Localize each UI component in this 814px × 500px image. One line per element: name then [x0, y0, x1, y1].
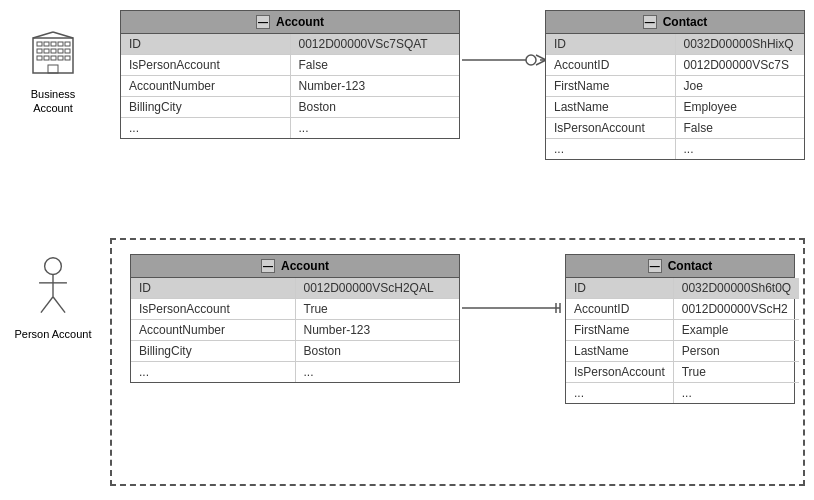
table-row: ID 0012D00000VScH2QAL — [131, 278, 459, 299]
field-name: AccountNumber — [131, 320, 295, 341]
field-value: ... — [290, 118, 459, 139]
top-account-collapse-btn[interactable]: — — [256, 15, 270, 29]
field-name: ... — [121, 118, 290, 139]
field-name: ID — [546, 34, 675, 55]
field-name: ID — [121, 34, 290, 55]
field-name: ID — [566, 278, 673, 299]
field-name: ... — [546, 139, 675, 160]
field-value: 0012D00000VScH2 — [673, 299, 799, 320]
person-account-label: Person Account — [8, 255, 98, 341]
field-value: 0032D00000Sh6t0Q — [673, 278, 799, 299]
bottom-account-collapse-btn[interactable]: — — [261, 259, 275, 273]
field-value: 0032D00000ShHixQ — [675, 34, 804, 55]
field-name: LastName — [546, 97, 675, 118]
field-value: Joe — [675, 76, 804, 97]
field-value: False — [675, 118, 804, 139]
table-row: AccountID 0012D00000VSc7S — [546, 55, 804, 76]
field-name: IsPersonAccount — [121, 55, 290, 76]
field-name: FirstName — [546, 76, 675, 97]
top-account-title: Account — [276, 15, 324, 29]
table-row: IsPersonAccount True — [131, 299, 459, 320]
table-row: AccountNumber Number-123 — [121, 76, 459, 97]
table-row: ID 0032D00000Sh6t0Q — [566, 278, 799, 299]
field-name: AccountID — [546, 55, 675, 76]
table-row: ID 0032D00000ShHixQ — [546, 34, 804, 55]
table-row: ... ... — [566, 383, 799, 404]
table-row: IsPersonAccount False — [546, 118, 804, 139]
field-value: 0012D00000VSc7SQAT — [290, 34, 459, 55]
building-icon — [28, 30, 78, 80]
svg-line-27 — [33, 32, 53, 38]
field-value: ... — [675, 139, 804, 160]
svg-point-29 — [45, 258, 62, 275]
field-name: FirstName — [566, 320, 673, 341]
field-value: 0012D00000VScH2QAL — [295, 278, 459, 299]
bottom-contact-collapse-btn[interactable]: — — [648, 259, 662, 273]
table-row: ... ... — [121, 118, 459, 139]
table-row: ID 0012D00000VSc7SQAT — [121, 34, 459, 55]
bottom-contact-table: — Contact ID 0032D00000Sh6t0Q AccountID … — [565, 254, 795, 404]
svg-point-1 — [526, 55, 536, 65]
bottom-contact-title: Contact — [668, 259, 713, 273]
table-row: ... ... — [131, 362, 459, 383]
table-row: FirstName Joe — [546, 76, 804, 97]
field-name: ... — [566, 383, 673, 404]
business-account-line2: Account — [33, 102, 73, 114]
table-row: ... ... — [546, 139, 804, 160]
field-name: AccountNumber — [121, 76, 290, 97]
field-value: Number-123 — [290, 76, 459, 97]
top-contact-header: — Contact — [546, 11, 804, 34]
field-name: BillingCity — [121, 97, 290, 118]
bottom-account-table: — Account ID 0012D00000VScH2QAL IsPerson… — [130, 254, 460, 383]
field-name: BillingCity — [131, 341, 295, 362]
table-row: IsPersonAccount True — [566, 362, 799, 383]
top-contact-table: — Contact ID 0032D00000ShHixQ AccountID … — [545, 10, 805, 160]
table-row: IsPersonAccount False — [121, 55, 459, 76]
diagram-area: Business Account — Account ID 0012D00000… — [0, 0, 814, 500]
person-icon — [28, 255, 78, 320]
table-row: AccountNumber Number-123 — [131, 320, 459, 341]
field-value: Number-123 — [295, 320, 459, 341]
business-account-line1: Business — [31, 88, 76, 100]
svg-line-32 — [41, 297, 53, 313]
top-contact-collapse-btn[interactable]: — — [643, 15, 657, 29]
field-value: Example — [673, 320, 799, 341]
svg-line-28 — [53, 32, 73, 38]
field-value: Employee — [675, 97, 804, 118]
top-account-table: — Account ID 0012D00000VSc7SQAT IsPerson… — [120, 10, 460, 139]
business-account-label: Business Account — [8, 30, 98, 116]
field-value: Person — [673, 341, 799, 362]
field-value: ... — [673, 383, 799, 404]
field-name: AccountID — [566, 299, 673, 320]
field-value: True — [673, 362, 799, 383]
field-value: True — [295, 299, 459, 320]
field-name: LastName — [566, 341, 673, 362]
svg-line-33 — [53, 297, 65, 313]
table-row: LastName Person — [566, 341, 799, 362]
table-row: BillingCity Boston — [131, 341, 459, 362]
table-row: BillingCity Boston — [121, 97, 459, 118]
person-account-line1: Person Account — [14, 328, 91, 340]
table-row: LastName Employee — [546, 97, 804, 118]
field-name: ID — [131, 278, 295, 299]
table-row: AccountID 0012D00000VScH2 — [566, 299, 799, 320]
field-value: Boston — [295, 341, 459, 362]
table-row: FirstName Example — [566, 320, 799, 341]
field-value: ... — [295, 362, 459, 383]
field-value: Boston — [290, 97, 459, 118]
field-name: IsPersonAccount — [546, 118, 675, 139]
field-name: IsPersonAccount — [566, 362, 673, 383]
field-value: 0012D00000VSc7S — [675, 55, 804, 76]
bottom-contact-header: — Contact — [566, 255, 794, 278]
field-name: IsPersonAccount — [131, 299, 295, 320]
bottom-account-title: Account — [281, 259, 329, 273]
field-name: ... — [131, 362, 295, 383]
top-account-header: — Account — [121, 11, 459, 34]
top-contact-title: Contact — [663, 15, 708, 29]
field-value: False — [290, 55, 459, 76]
bottom-account-header: — Account — [131, 255, 459, 278]
